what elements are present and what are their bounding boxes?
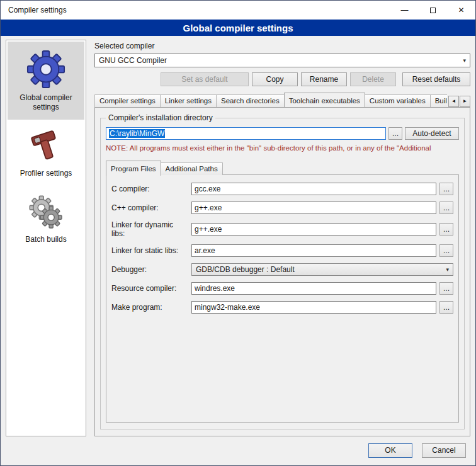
field-value: ar.exe [195, 246, 215, 255]
sidebar-item-batch-builds[interactable]: Batch builds [8, 186, 84, 252]
make-program-row: Make program: mingw32-make.exe ... [111, 301, 453, 314]
autodetect-button[interactable]: Auto-detect [405, 127, 459, 140]
sidebar-item-label: Profiler settings [20, 169, 72, 178]
set-as-default-button[interactable]: Set as default [161, 72, 249, 86]
installation-directory-row: C:\raylib\MinGW ... Auto-detect [106, 127, 459, 140]
tab-build-options[interactable]: Build options [430, 94, 447, 107]
install-dir-value: C:\raylib\MinGW [109, 129, 165, 138]
field-value: g++.exe [195, 203, 222, 212]
arrow-left-icon: ◄ [451, 98, 456, 104]
compiler-select-value: GNU GCC Compiler [99, 56, 167, 65]
dynamic-linker-browse-button[interactable]: ... [439, 223, 453, 236]
cpp-compiler-browse-button[interactable]: ... [439, 202, 453, 214]
install-dir-browse-button[interactable]: ... [388, 127, 402, 140]
resource-compiler-row: Resource compiler: windres.exe ... [111, 282, 453, 295]
rename-button[interactable]: Rename [301, 72, 347, 86]
reset-defaults-button[interactable]: Reset defaults [402, 72, 470, 86]
field-label: C++ compiler: [111, 203, 188, 212]
field-label: Linker for static libs: [111, 246, 188, 255]
tab-search-directories[interactable]: Search directories [216, 94, 285, 107]
compiler-select[interactable]: GNU GCC Compiler ▾ [94, 54, 470, 67]
tab-scroll-buttons: ◄ ► [448, 96, 470, 107]
chevron-down-icon: ▾ [463, 57, 466, 64]
close-button[interactable]: ✕ [447, 1, 475, 20]
ok-button[interactable]: OK [368, 443, 412, 458]
field-label: Resource compiler: [111, 284, 188, 293]
gray-gears-icon [28, 194, 64, 230]
field-value: g++.exe [195, 225, 222, 234]
tab-scroll-left-button[interactable]: ◄ [448, 96, 459, 107]
maximize-button[interactable] [419, 1, 447, 20]
cancel-button[interactable]: Cancel [422, 443, 466, 458]
bin-directory-note: NOTE: All programs must exist either in … [106, 144, 459, 152]
tab-scroll-right-button[interactable]: ► [460, 96, 470, 107]
settings-tabstrip: Compiler settings Linker settings Search… [94, 93, 470, 107]
tab-toolchain-executables[interactable]: Toolchain executables [284, 93, 365, 107]
copy-button[interactable]: Copy [252, 72, 298, 86]
tab-additional-paths[interactable]: Additional Paths [161, 162, 223, 175]
cpp-compiler-row: C++ compiler: g++.exe ... [111, 202, 453, 214]
field-value: gcc.exe [195, 185, 220, 193]
dialog-footer: OK Cancel [1, 440, 475, 465]
minimize-button[interactable]: — [390, 1, 419, 20]
debugger-select[interactable]: GDB/CDB debugger : Default ▾ [191, 263, 453, 276]
c-compiler-row: C compiler: gcc.exe ... [111, 183, 453, 195]
tab-compiler-settings[interactable]: Compiler settings [94, 94, 161, 107]
c-compiler-input[interactable]: gcc.exe [191, 183, 436, 195]
arrow-right-icon: ► [463, 98, 468, 104]
tab-custom-variables[interactable]: Custom variables [365, 94, 431, 107]
field-label: Make program: [111, 303, 188, 312]
debugger-select-value: GDB/CDB debugger : Default [196, 265, 295, 274]
tabs-scroll-area: Compiler settings Linker settings Search… [94, 93, 447, 107]
sidebar-item-global-compiler-settings[interactable]: Global compiler settings [8, 42, 84, 120]
settings-category-list: Global compiler settings Profiler settin… [6, 40, 86, 436]
resource-compiler-browse-button[interactable]: ... [439, 282, 453, 295]
make-program-input[interactable]: mingw32-make.exe [191, 301, 436, 314]
delete-button[interactable]: Delete [350, 72, 396, 86]
maximize-icon [430, 8, 436, 13]
sidebar-item-label: Global compiler settings [10, 93, 82, 112]
resource-compiler-input[interactable]: windres.exe [191, 282, 436, 295]
chevron-down-icon: ▾ [446, 266, 449, 273]
static-linker-browse-button[interactable]: ... [439, 244, 453, 257]
page-title: Global compiler settings [1, 20, 475, 36]
selected-compiler-label: Selected compiler [94, 42, 470, 50]
sidebar-item-label: Batch builds [25, 235, 66, 244]
field-label: Debugger: [111, 265, 188, 274]
dynamic-linker-input[interactable]: g++.exe [191, 223, 436, 236]
compiler-settings-dialog: Compiler settings — ✕ Global compiler se… [0, 0, 476, 466]
close-icon: ✕ [458, 6, 464, 14]
make-program-browse-button[interactable]: ... [439, 301, 453, 314]
program-files-tabstrip: Program Files Additional Paths [106, 161, 459, 175]
static-linker-input[interactable]: ar.exe [191, 244, 436, 257]
dynamic-linker-row: Linker for dynamic libs: g++.exe ... [111, 220, 453, 238]
window-title: Compiler settings [1, 6, 390, 14]
profiler-tool-icon [28, 128, 64, 164]
field-value: windres.exe [195, 284, 235, 293]
field-value: mingw32-make.exe [195, 303, 260, 312]
installation-directory-label: Compiler's installation directory [106, 113, 215, 122]
minimize-icon: — [401, 6, 409, 14]
cpp-compiler-input[interactable]: g++.exe [191, 202, 436, 214]
static-linker-row: Linker for static libs: ar.exe ... [111, 244, 453, 257]
toolchain-executables-panel: Compiler's installation directory C:\ray… [94, 107, 470, 436]
debugger-row: Debugger: GDB/CDB debugger : Default ▾ [111, 263, 453, 276]
sidebar-item-profiler-settings[interactable]: Profiler settings [8, 120, 84, 186]
tab-linker-settings[interactable]: Linker settings [160, 94, 217, 107]
field-label: Linker for dynamic libs: [111, 220, 188, 238]
installation-directory-group: Compiler's installation directory C:\ray… [100, 118, 465, 429]
install-dir-input[interactable]: C:\raylib\MinGW [106, 127, 386, 140]
field-label: C compiler: [111, 185, 188, 193]
tab-program-files[interactable]: Program Files [106, 161, 161, 176]
titlebar: Compiler settings — ✕ [1, 1, 475, 20]
c-compiler-browse-button[interactable]: ... [439, 183, 453, 195]
blue-gear-icon [26, 50, 65, 89]
program-files-panel: C compiler: gcc.exe ... C++ compiler: g+… [106, 174, 459, 423]
compiler-actions: Set as default Copy Rename Delete Reset … [94, 72, 470, 86]
